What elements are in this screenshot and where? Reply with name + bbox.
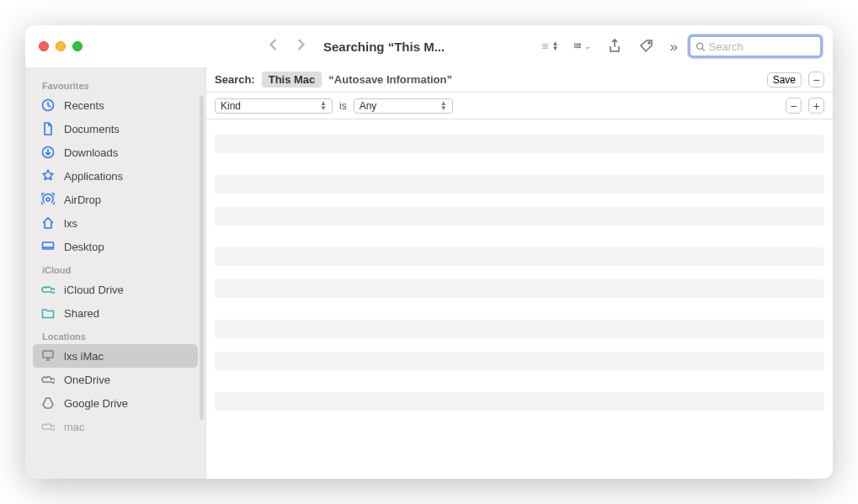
scope-folder[interactable]: “Autosave Information” (328, 73, 452, 86)
finder-window: Searching “This M... ▲▼ ⌄ » (25, 25, 833, 479)
sidebar-item-label: mac (64, 421, 85, 433)
sidebar-item-label: OneDrive (64, 374, 110, 386)
minimize-button[interactable] (56, 41, 66, 51)
sidebar-section-locations: Locations (25, 325, 205, 344)
sidebar-item-label: Applications (64, 170, 123, 183)
chevron-down-icon: ⌄ (584, 42, 591, 50)
search-scope-bar: Search: This Mac “Autosave Information” … (206, 67, 833, 93)
sidebar-item-shared[interactable]: Shared (25, 301, 205, 325)
sidebar-item-icloud-drive[interactable]: iCloud Drive (25, 278, 205, 301)
svg-point-12 (648, 42, 650, 44)
result-row[interactable] (215, 207, 824, 225)
sidebar-item-label: Desktop (64, 241, 104, 253)
folder-icon (40, 305, 56, 321)
sidebar-item-mac[interactable]: mac (25, 415, 205, 438)
content-area: Search: This Mac “Autosave Information” … (206, 67, 833, 479)
svg-rect-10 (577, 46, 578, 48)
sidebar-item-label: AirDrop (64, 194, 101, 206)
result-row[interactable] (215, 175, 824, 194)
forward-button[interactable] (295, 39, 306, 54)
sidebar-item-label: Documents (64, 123, 120, 135)
toolbar: Searching “This M... ▲▼ ⌄ » (25, 25, 833, 67)
sidebar-section-icloud: iCloud (25, 258, 205, 278)
scope-label: Search: (215, 73, 255, 86)
apps-icon (40, 168, 56, 183)
result-row[interactable] (215, 320, 824, 338)
overflow-button[interactable]: » (670, 40, 678, 54)
tags-button[interactable] (638, 39, 655, 54)
desktop-icon (40, 239, 56, 254)
fullscreen-button[interactable] (72, 41, 83, 51)
sidebar-item-desktop[interactable]: Desktop (25, 235, 205, 258)
sidebar-item-label: Downloads (64, 146, 118, 159)
view-options-button[interactable]: ▲▼ (542, 39, 559, 54)
sidebar-item-label: Google Drive (64, 397, 128, 410)
download-icon (40, 145, 56, 160)
sidebar-item-google-drive[interactable]: Google Drive (25, 391, 205, 415)
sidebar-item-airdrop[interactable]: AirDrop (25, 188, 205, 211)
sidebar-item-recents[interactable]: Recents (25, 93, 205, 117)
clock-icon (40, 98, 56, 113)
sidebar-item-label: lxs (64, 217, 77, 230)
svg-rect-9 (574, 46, 576, 48)
chevron-updown-icon: ▲▼ (552, 41, 559, 51)
svg-rect-7 (577, 44, 578, 45)
search-field[interactable] (688, 34, 823, 58)
gdrive-icon (40, 395, 56, 411)
criteria-add-button[interactable]: + (808, 98, 824, 114)
cloud-icon (40, 372, 56, 387)
criteria-value-select[interactable]: Any ▲▼ (354, 98, 453, 114)
back-button[interactable] (268, 39, 280, 54)
home-icon (40, 215, 56, 231)
cloud-icon (40, 282, 56, 297)
criteria-remove-button[interactable]: − (786, 98, 802, 114)
criteria-is-label: is (339, 100, 347, 112)
criteria-attribute-select[interactable]: Kind ▲▼ (215, 98, 333, 114)
group-by-button[interactable]: ⌄ (574, 39, 591, 54)
cloud-icon (40, 419, 56, 434)
result-row[interactable] (215, 392, 824, 411)
search-input[interactable] (709, 40, 815, 53)
result-row[interactable] (215, 300, 824, 318)
criteria-attr-label: Kind (221, 100, 315, 112)
result-row[interactable] (215, 372, 824, 390)
results-list (206, 119, 833, 479)
sidebar-scrollbar[interactable] (200, 96, 204, 420)
svg-rect-11 (578, 46, 580, 48)
sidebar-item-lxs-imac[interactable]: lxs iMac (33, 344, 198, 368)
airdrop-icon (40, 192, 56, 207)
result-row[interactable] (215, 155, 824, 173)
sidebar: Favourites Recents Documents Downloads A… (25, 67, 206, 479)
result-row[interactable] (215, 247, 824, 266)
result-row[interactable] (215, 135, 824, 153)
document-icon (40, 121, 56, 136)
sidebar-item-onedrive[interactable]: OneDrive (25, 368, 205, 391)
sidebar-item-label: Shared (64, 307, 99, 320)
sidebar-item-home[interactable]: lxs (25, 211, 205, 235)
search-criteria-bar: Kind ▲▼ is Any ▲▼ − + (206, 93, 833, 119)
save-search-button[interactable]: Save (767, 72, 802, 88)
svg-rect-8 (578, 44, 580, 45)
result-row[interactable] (215, 352, 824, 370)
sidebar-item-documents[interactable]: Documents (25, 117, 205, 141)
sidebar-item-applications[interactable]: Applications (25, 164, 205, 188)
sidebar-item-label: Recents (64, 99, 104, 112)
traffic-lights (35, 41, 83, 51)
share-button[interactable] (606, 39, 623, 54)
svg-point-18 (46, 198, 50, 201)
search-icon (695, 41, 706, 52)
sidebar-section-favourites: Favourites (25, 74, 205, 93)
result-row[interactable] (215, 279, 824, 298)
close-button[interactable] (39, 41, 49, 51)
sidebar-item-downloads[interactable]: Downloads (25, 141, 205, 164)
remove-criteria-button[interactable]: − (808, 72, 824, 88)
sidebar-item-label: iCloud Drive (64, 284, 124, 296)
svg-rect-21 (43, 351, 53, 358)
imac-icon (40, 348, 56, 363)
scope-this-mac[interactable]: This Mac (262, 72, 322, 88)
chevron-updown-icon: ▲▼ (440, 101, 447, 111)
svg-rect-6 (574, 44, 576, 45)
result-row[interactable] (215, 227, 824, 246)
window-title: Searching “This M... (323, 40, 445, 54)
svg-point-13 (696, 43, 702, 49)
